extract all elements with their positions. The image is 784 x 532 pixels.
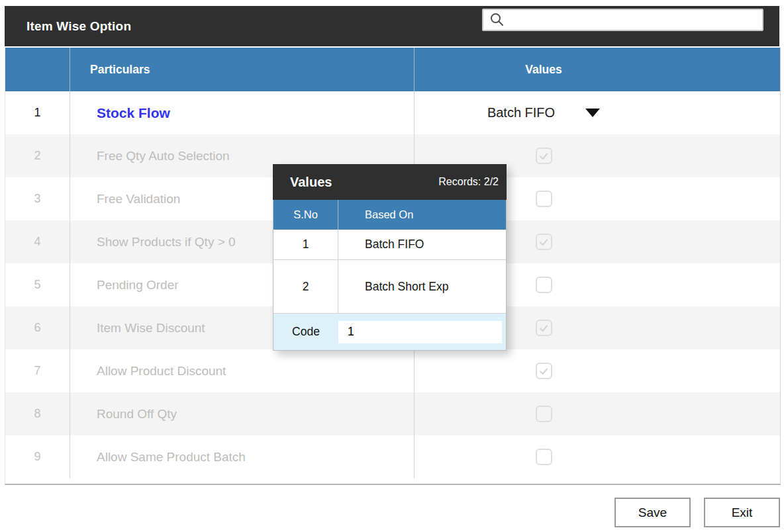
table-row[interactable]: 1 Stock Flow Batch FIFO <box>5 91 780 134</box>
row-number: 6 <box>5 306 70 349</box>
table-row[interactable]: 9 Allow Same Product Batch <box>5 435 780 478</box>
checkbox[interactable] <box>536 234 552 250</box>
code-label: Code <box>273 325 338 339</box>
row-label: Stock Flow <box>70 91 415 134</box>
code-input[interactable] <box>338 321 502 343</box>
options-table-header: Particulars Values <box>5 48 780 91</box>
header-sno-cell <box>5 48 70 91</box>
row-number: 3 <box>5 177 70 220</box>
table-footer-space <box>5 478 780 485</box>
dropdown-value: Batch FIFO <box>487 105 555 120</box>
checkbox[interactable] <box>536 363 552 379</box>
row-label: Allow Same Product Batch <box>70 435 415 478</box>
popup-table-body: 1 Batch FIFO 2 Batch Short Exp <box>273 230 506 314</box>
popup-title: Values <box>273 175 438 190</box>
popup-row-value: Batch Short Exp <box>338 260 506 313</box>
exit-button[interactable]: Exit <box>704 498 780 527</box>
search-box[interactable] <box>482 9 763 31</box>
page-title: Item Wise Option <box>5 19 131 34</box>
row-label: Allow Product Discount <box>70 349 415 392</box>
row-label: Round Off Qty <box>70 392 415 435</box>
row-number: 4 <box>5 220 70 263</box>
checkbox[interactable] <box>536 191 552 207</box>
check-icon <box>537 322 550 335</box>
popup-column-header: S.No Based On <box>273 200 506 230</box>
save-button[interactable]: Save <box>614 498 691 527</box>
row-number: 1 <box>5 91 70 134</box>
checkbox[interactable] <box>536 449 552 465</box>
check-icon <box>537 365 550 378</box>
check-icon <box>537 150 550 163</box>
checkbox[interactable] <box>536 148 552 164</box>
popup-option-row[interactable]: 1 Batch FIFO <box>273 230 506 260</box>
checkbox[interactable] <box>536 406 552 422</box>
popup-row-number: 1 <box>273 230 338 259</box>
row-value-cell: Batch FIFO <box>415 91 779 134</box>
popup-code-row: Code <box>273 314 506 350</box>
row-value-cell <box>415 435 779 478</box>
header-values: Values <box>415 48 779 91</box>
popup-header: Values Records: 2/2 <box>273 164 507 200</box>
row-number: 5 <box>5 263 70 306</box>
checkbox[interactable] <box>536 320 552 336</box>
check-icon <box>537 236 550 249</box>
row-number: 9 <box>5 435 70 478</box>
popup-row-value: Batch FIFO <box>338 230 506 259</box>
row-number: 8 <box>5 392 70 435</box>
popup-records-count: Records: 2/2 <box>438 176 507 188</box>
values-popup: Values Records: 2/2 S.No Based On 1 Batc… <box>273 164 507 351</box>
chevron-down-icon <box>585 109 600 117</box>
popup-option-row[interactable]: 2 Batch Short Exp <box>273 260 506 314</box>
row-value-cell <box>415 392 779 435</box>
table-row[interactable]: 7 Allow Product Discount <box>5 349 780 392</box>
popup-row-number: 2 <box>273 260 338 313</box>
row-value-cell <box>415 349 779 392</box>
popup-header-sno: S.No <box>273 200 338 230</box>
table-row[interactable]: 8 Round Off Qty <box>5 392 780 435</box>
row-number: 7 <box>5 349 70 392</box>
checkbox[interactable] <box>536 277 552 293</box>
header-particulars: Particulars <box>70 48 415 91</box>
popup-header-based-on: Based On <box>338 200 506 230</box>
row-number: 2 <box>5 134 70 177</box>
value-dropdown[interactable]: Batch FIFO <box>487 105 600 120</box>
search-icon <box>489 12 505 28</box>
search-input[interactable] <box>505 10 762 30</box>
